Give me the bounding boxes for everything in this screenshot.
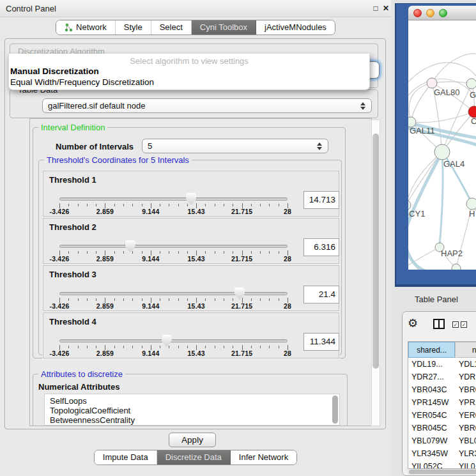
cell-shared-name[interactable]: YDL19... bbox=[408, 358, 455, 371]
table-row[interactable]: YLR345WYLR3 bbox=[408, 447, 476, 460]
slider-track[interactable] bbox=[59, 197, 288, 201]
tick-mark bbox=[233, 204, 233, 206]
table-row[interactable]: YDL19...YDL1 bbox=[408, 358, 476, 371]
numerical-attributes-list[interactable]: SelfLoopsTopologicalCoefficientBetweenne… bbox=[44, 394, 340, 426]
tick-mark bbox=[215, 298, 215, 301]
interval-definition-group: Interval Definition Number of Intervals … bbox=[33, 127, 346, 358]
combobox-spinner bbox=[317, 142, 323, 150]
tab-style[interactable]: Style bbox=[116, 20, 151, 35]
scale-label: -3.426 bbox=[50, 302, 70, 310]
cell-name[interactable]: YBR0 bbox=[455, 422, 476, 434]
tick-mark bbox=[78, 346, 79, 348]
threshold-value-field[interactable]: 11.344 bbox=[303, 333, 339, 351]
table-row[interactable]: YBR045CYBR0 bbox=[408, 422, 476, 434]
close-traffic-light-icon[interactable] bbox=[413, 9, 422, 17]
algorithm-option-manual[interactable]: Manual Discretization bbox=[10, 66, 99, 76]
column-header-shared-name[interactable]: shared... bbox=[408, 342, 455, 358]
cell-name[interactable]: YLR3 bbox=[455, 447, 476, 460]
cell-shared-name[interactable]: YDR27... bbox=[408, 371, 455, 383]
slider-track[interactable] bbox=[59, 292, 288, 295]
cell-name[interactable]: YBR0 bbox=[455, 383, 476, 396]
settings-scrollbar-thumb[interactable] bbox=[372, 134, 379, 369]
cell-name[interactable]: YPR1 bbox=[455, 396, 476, 409]
minimize-traffic-light-icon[interactable] bbox=[426, 9, 434, 17]
bottom-tab-bar: Impute Data Discretize Data Infer Networ… bbox=[0, 450, 391, 465]
tick-mark bbox=[205, 346, 206, 348]
tick-mark bbox=[160, 204, 160, 206]
cell-name[interactable]: YDR2 bbox=[455, 371, 476, 383]
slider-track[interactable] bbox=[59, 339, 288, 342]
tab-network[interactable]: Network bbox=[56, 20, 116, 35]
svg-text:GAL80: GAL80 bbox=[434, 88, 459, 97]
tab-cyni-toolbox[interactable]: Cyni Toolbox bbox=[192, 20, 256, 35]
table-row[interactable]: YIL052CYIL0 bbox=[408, 460, 476, 469]
tick-mark bbox=[68, 346, 69, 348]
spinner-down-icon bbox=[317, 147, 322, 150]
cell-name[interactable]: YER0 bbox=[455, 409, 476, 422]
tab-infer-network[interactable]: Infer Network bbox=[231, 450, 296, 464]
column-header-name[interactable]: na bbox=[455, 342, 476, 358]
cell-shared-name[interactable]: YBL079W bbox=[408, 434, 455, 447]
scale-label: 28 bbox=[284, 208, 291, 215]
network-window-titlebar[interactable] bbox=[408, 6, 476, 20]
scale-label: 21.715 bbox=[231, 302, 252, 310]
scale-label: -3.426 bbox=[50, 349, 70, 357]
table-row[interactable]: YBL079WYBL0 bbox=[408, 434, 476, 447]
cell-name[interactable]: YIL0 bbox=[455, 460, 476, 469]
gear-icon[interactable]: ⚙ bbox=[408, 317, 418, 330]
attribute-list-item[interactable]: TopologicalCoefficient bbox=[45, 406, 339, 415]
threshold-value-field[interactable]: 14.713 bbox=[303, 191, 339, 209]
attributes-group-title: Attributes to discretize bbox=[38, 369, 125, 379]
select-all-icon[interactable]: ✓ bbox=[461, 321, 467, 328]
table-scrollbar-thumb[interactable] bbox=[409, 470, 476, 474]
tick-mark bbox=[251, 298, 252, 301]
tab-infer-network-label: Infer Network bbox=[239, 450, 288, 464]
tick-mark bbox=[123, 298, 124, 301]
threshold-label: Threshold 1 bbox=[49, 175, 96, 185]
table-row[interactable]: YBR043CYBR0 bbox=[408, 383, 476, 396]
select-all-icon[interactable]: ✓ bbox=[452, 321, 459, 328]
float-window-icon[interactable]: □ bbox=[371, 0, 381, 17]
tab-impute-data[interactable]: Impute Data bbox=[95, 450, 157, 464]
attribute-list-scrollbar[interactable] bbox=[332, 395, 338, 424]
slider-track[interactable] bbox=[59, 245, 288, 248]
cell-shared-name[interactable]: YBR045C bbox=[408, 422, 455, 434]
table-row[interactable]: YER054CYER0 bbox=[408, 409, 476, 422]
table-data-combobox[interactable]: galFiltered.sif default node bbox=[42, 98, 372, 113]
cell-name[interactable]: YBL0 bbox=[455, 434, 476, 447]
table-row[interactable]: YDR27...YDR2 bbox=[408, 371, 476, 383]
close-window-icon[interactable]: ✕ bbox=[381, 0, 391, 17]
tab-select[interactable]: Select bbox=[151, 20, 192, 35]
scale-label: 28 bbox=[284, 302, 291, 310]
cell-shared-name[interactable]: YIL052C bbox=[408, 460, 455, 469]
zoom-traffic-light-icon[interactable] bbox=[439, 9, 447, 17]
settings-vertical-scrollbar[interactable] bbox=[371, 119, 380, 426]
slider-scale: -3.4262.8599.14415.4321.71528 bbox=[59, 302, 288, 310]
apply-button[interactable]: Apply bbox=[169, 433, 216, 447]
tick-mark bbox=[160, 346, 160, 348]
cell-shared-name[interactable]: YPR145W bbox=[408, 396, 455, 409]
threshold-value-field[interactable]: 6.316 bbox=[303, 238, 339, 256]
table-row[interactable]: YPR145WYPR1 bbox=[408, 396, 476, 409]
network-canvas[interactable]: GAL80GACGAL11GAL4GCY1HHAP2 bbox=[408, 20, 476, 270]
tick-mark bbox=[68, 298, 69, 301]
cell-shared-name[interactable]: YLR345W bbox=[408, 447, 455, 460]
node-table[interactable]: shared... na YDL19...YDL1YDR27...YDR2YBR… bbox=[408, 341, 476, 469]
columns-icon[interactable] bbox=[433, 319, 445, 329]
tab-jactivemnodules[interactable]: jActiveMNodules bbox=[256, 20, 335, 35]
algorithm-option-equal-width[interactable]: Equal Width/Frequency Discretization bbox=[10, 77, 154, 87]
number-of-intervals-combobox[interactable]: 5 bbox=[142, 139, 328, 153]
cell-shared-name[interactable]: YBR043C bbox=[408, 383, 455, 396]
scale-label: 2.859 bbox=[96, 208, 114, 215]
attribute-list-item[interactable]: SelfLoops bbox=[45, 396, 339, 406]
settings-scroll-viewport: Interval Definition Number of Intervals … bbox=[29, 118, 372, 426]
table-horizontal-scrollbar[interactable] bbox=[408, 469, 476, 475]
cell-shared-name[interactable]: YER054C bbox=[408, 409, 455, 422]
threshold-value-field[interactable]: 21.4 bbox=[303, 286, 339, 303]
tab-discretize-data[interactable]: Discretize Data bbox=[157, 450, 231, 464]
attribute-list-item[interactable]: BetweennessCentrality bbox=[45, 415, 339, 425]
bottom-tab-segment: Impute Data Discretize Data Infer Networ… bbox=[94, 450, 297, 465]
tick-mark bbox=[169, 298, 169, 301]
threshold-box: Threshold 2 -3.4262.8599.14415.4321.7152… bbox=[43, 218, 339, 264]
cell-name[interactable]: YDL1 bbox=[455, 358, 476, 371]
